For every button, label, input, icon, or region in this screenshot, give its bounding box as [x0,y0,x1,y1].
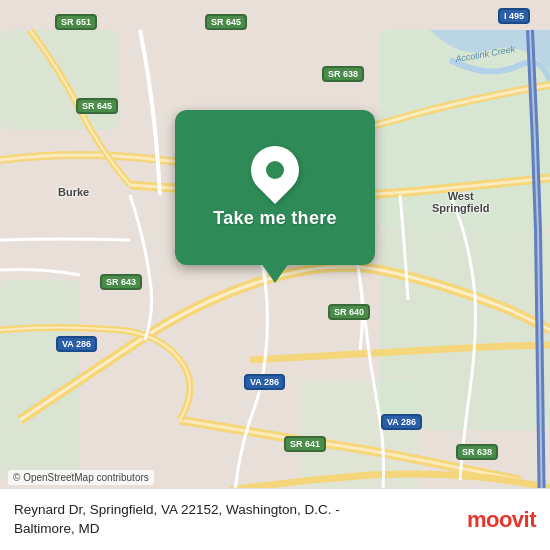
road-badge-sr643: SR 643 [100,274,142,290]
road-badge-va286c: VA 286 [381,414,422,430]
location-pin-icon [241,136,309,204]
road-badge-i495: I 495 [498,8,530,24]
moovit-logo: moovit [467,507,536,533]
svg-rect-3 [0,280,80,480]
road-badge-sr640: SR 640 [328,304,370,320]
location-pin-inner [266,161,284,179]
road-badge-va286b: VA 286 [244,374,285,390]
place-label-west-springfield: WestSpringfield [432,190,489,214]
road-badge-sr638a: SR 638 [322,66,364,82]
bottom-bar: Reynard Dr, Springfield, VA 22152, Washi… [0,488,550,550]
map-container: Accotink Creek [0,0,550,550]
address-text: Reynard Dr, Springfield, VA 22152, Washi… [14,501,457,539]
road-badge-sr645a: SR 645 [205,14,247,30]
take-me-there-button[interactable]: Take me there [213,208,337,229]
road-badge-va286a: VA 286 [56,336,97,352]
popup-card: Take me there [175,110,375,265]
osm-attribution: © OpenStreetMap contributors [8,470,154,485]
road-badge-sr641: SR 641 [284,436,326,452]
place-label-burke: Burke [58,186,89,198]
moovit-text: moovit [467,507,536,533]
road-badge-sr651: SR 651 [55,14,97,30]
address-block: Reynard Dr, Springfield, VA 22152, Washi… [14,501,457,539]
road-badge-sr645b: SR 645 [76,98,118,114]
road-badge-sr638b: SR 638 [456,444,498,460]
